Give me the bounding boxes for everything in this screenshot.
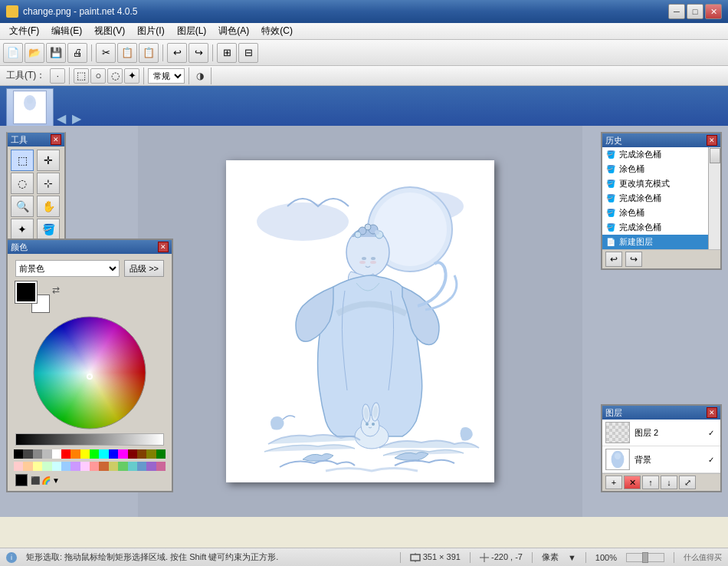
tab-nav-next[interactable]: ▶ (69, 111, 84, 126)
cut-button[interactable]: ✂ (96, 43, 116, 63)
color-panel-close[interactable]: ✕ (158, 242, 169, 252)
sel-ellipse[interactable]: ○ (90, 68, 106, 84)
swap-colors-button[interactable]: ⇄ (52, 285, 60, 295)
layers-panel-close[interactable]: ✕ (707, 407, 717, 418)
history-item-4[interactable]: 🪣 涂色桶 (602, 206, 708, 220)
menu-layers[interactable]: 图层(L) (171, 23, 213, 39)
layer-visibility-bg[interactable]: ✓ (705, 453, 717, 466)
sel-magic[interactable]: ✦ (124, 68, 139, 84)
palette-6[interactable] (61, 462, 71, 471)
tool-size-small[interactable]: · (50, 68, 65, 84)
tool-select-rect[interactable]: ⬚ (11, 150, 34, 171)
current-color-display[interactable] (15, 474, 28, 486)
document-tab[interactable] (6, 88, 54, 126)
palette-yellow[interactable] (80, 449, 90, 459)
color-wheel-canvas[interactable] (32, 315, 147, 430)
palette-orange[interactable] (71, 449, 80, 459)
palette-lightgray[interactable] (42, 449, 51, 459)
tool-magic-wand[interactable]: ✦ (11, 219, 34, 240)
layer-properties-button[interactable]: ⤢ (679, 476, 696, 489)
move-layer-down-button[interactable]: ↓ (661, 476, 677, 489)
redo-button[interactable]: ↪ (189, 43, 208, 63)
palette-4[interactable] (42, 462, 51, 471)
history-item-1[interactable]: 🪣 涂色桶 (602, 162, 708, 176)
delete-layer-button[interactable]: ✕ (624, 476, 641, 489)
crop-button[interactable]: ⊟ (238, 43, 258, 63)
minimize-button[interactable]: ─ (668, 4, 685, 19)
palette-7[interactable] (71, 462, 80, 471)
history-redo-button[interactable]: ↪ (625, 252, 642, 267)
palette-2[interactable] (23, 462, 32, 471)
new-button[interactable]: 📄 (3, 43, 23, 63)
history-scrollbar[interactable] (708, 147, 720, 249)
brightness-slider[interactable] (15, 433, 164, 446)
palette-darkgreen[interactable] (156, 449, 166, 459)
palette-9[interactable] (90, 462, 99, 471)
palette-olive[interactable] (146, 449, 156, 459)
status-unit-arrow[interactable]: ▼ (568, 553, 576, 562)
color-wheel-wrapper[interactable] (32, 315, 147, 430)
sel-lasso[interactable]: ◌ (107, 68, 123, 84)
palette-10[interactable] (99, 462, 108, 471)
palette-11[interactable] (109, 462, 118, 471)
tools-panel-close[interactable]: ✕ (51, 134, 61, 145)
palette-red[interactable] (61, 449, 71, 459)
menu-edit[interactable]: 编辑(E) (45, 23, 88, 39)
maximize-button[interactable]: □ (687, 4, 703, 19)
color-arrow[interactable]: ▼ (52, 476, 60, 485)
tool-paint-bucket[interactable]: 🪣 (37, 219, 60, 240)
color-rainbow-icon[interactable]: 🌈 (41, 476, 51, 485)
fg-color-swatch[interactable] (15, 281, 37, 303)
history-panel-close[interactable]: ✕ (707, 135, 717, 146)
tool-select-move[interactable]: ✛ (37, 150, 60, 171)
palette-13[interactable] (128, 462, 137, 471)
palette-cyan[interactable] (99, 449, 108, 459)
palette-magenta[interactable] (118, 449, 127, 459)
palette-15[interactable] (146, 462, 156, 471)
palette-12[interactable] (118, 462, 127, 471)
scrollbar-thumb[interactable] (710, 148, 720, 163)
print-button[interactable]: 🖨 (67, 43, 87, 63)
menu-image[interactable]: 图片(I) (131, 23, 170, 39)
palette-8[interactable] (80, 462, 90, 471)
open-button[interactable]: 📂 (25, 43, 44, 63)
menu-view[interactable]: 视图(V) (88, 23, 131, 39)
color-hex-icon[interactable]: ⬛ (31, 476, 40, 485)
palette-blue[interactable] (109, 449, 118, 459)
layer-item-bg[interactable]: 背景 ✓ (602, 446, 720, 473)
blend-mode-select[interactable]: 常规 (148, 68, 185, 84)
color-mode-select[interactable]: 前景色 背景色 (15, 260, 120, 277)
palette-gray[interactable] (33, 449, 42, 459)
history-undo-button[interactable]: ↩ (605, 252, 622, 267)
tool-pan[interactable]: ✋ (37, 196, 60, 217)
copy-button[interactable]: 📋 (117, 43, 137, 63)
history-item-2[interactable]: 🪣 更改填充模式 (602, 176, 708, 191)
undo-button[interactable]: ↩ (167, 43, 187, 63)
palette-3[interactable] (33, 462, 42, 471)
menu-effects[interactable]: 特效(C) (255, 23, 299, 39)
save-button[interactable]: 💾 (46, 43, 66, 63)
menu-colors[interactable]: 调色(A) (212, 23, 255, 39)
palette-brown[interactable] (137, 449, 146, 459)
palette-16[interactable] (156, 462, 166, 471)
tool-lasso[interactable]: ◌ (11, 173, 34, 194)
zoom-slider-thumb[interactable] (642, 552, 648, 563)
palette-white[interactable] (52, 449, 61, 459)
tab-nav-prev[interactable]: ◀ (54, 111, 69, 126)
canvas-area[interactable] (138, 126, 582, 517)
close-button[interactable]: ✕ (705, 4, 722, 19)
history-item-3[interactable]: 🪣 完成涂色桶 (602, 191, 708, 206)
palette-14[interactable] (137, 462, 146, 471)
palette-1[interactable] (14, 462, 23, 471)
sel-rect[interactable]: ⬚ (74, 68, 89, 84)
layer-visibility-2[interactable]: ✓ (705, 426, 717, 439)
canvas[interactable] (226, 160, 494, 482)
palette-black[interactable] (14, 449, 23, 459)
menu-file[interactable]: 文件(F) (3, 23, 45, 39)
select-all-button[interactable]: ⊞ (217, 43, 237, 63)
palette-5[interactable] (52, 462, 61, 471)
tool-move[interactable]: ⊹ (37, 173, 60, 194)
palette-maroon[interactable] (128, 449, 137, 459)
palette-darkgray[interactable] (23, 449, 32, 459)
color-advanced-button[interactable]: 品级 >> (124, 260, 164, 277)
